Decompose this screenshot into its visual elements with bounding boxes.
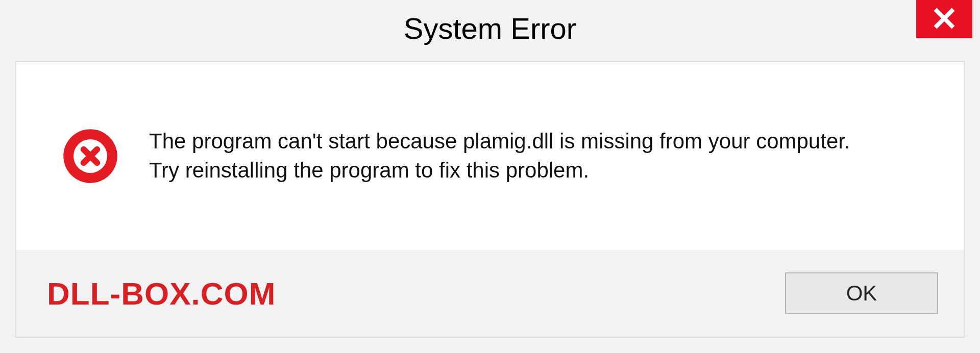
- error-icon: [62, 128, 118, 184]
- dialog-title: System Error: [404, 11, 576, 45]
- watermark-text: DLL-BOX.COM: [47, 275, 276, 312]
- dialog-footer: DLL-BOX.COM OK: [16, 250, 964, 337]
- close-icon: [933, 7, 955, 32]
- message-area: The program can't start because plamig.d…: [16, 62, 964, 250]
- close-button[interactable]: [916, 0, 972, 38]
- error-message: The program can't start because plamig.d…: [149, 127, 850, 185]
- ok-button[interactable]: OK: [785, 272, 938, 314]
- error-message-line1: The program can't start because plamig.d…: [149, 129, 850, 153]
- titlebar: System Error: [0, 0, 980, 51]
- dialog-body: The program can't start because plamig.d…: [15, 61, 965, 338]
- error-message-line2: Try reinstalling the program to fix this…: [149, 158, 589, 182]
